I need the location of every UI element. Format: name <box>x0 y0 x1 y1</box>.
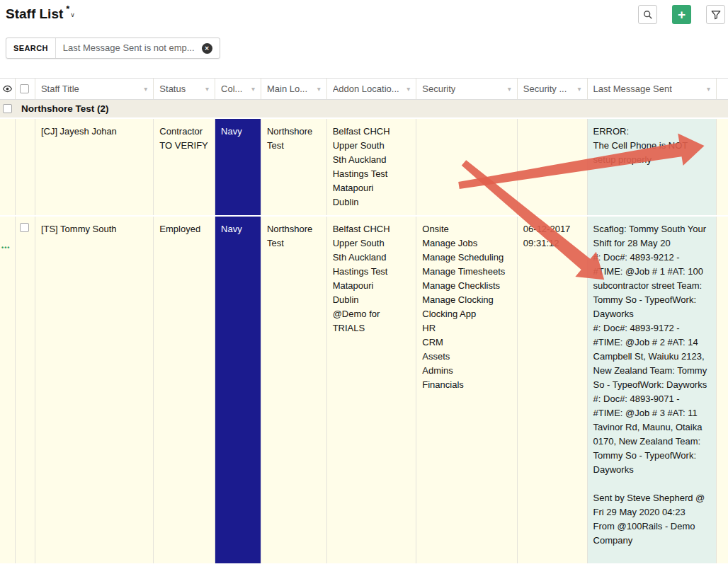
title-group: Staff List * ∨ <box>6 5 728 23</box>
security-cell: Onsite Manage Jobs Manage Scheduling Man… <box>416 217 518 563</box>
row-menu-icon[interactable]: ••• <box>1 236 13 255</box>
group-checkbox[interactable] <box>3 104 12 113</box>
topbar: Staff List * ∨ + ⋮ <box>6 5 728 26</box>
cutoff-cell <box>717 217 728 563</box>
sort-caret-icon[interactable]: ▾ <box>508 82 511 96</box>
color-cell: Navy <box>215 217 261 563</box>
main-location-cell: Northshore Test <box>261 217 327 563</box>
sort-caret-icon[interactable]: ▾ <box>251 82 255 96</box>
filterbar: SEARCH Last Message Sent is not emp... ✕ <box>6 38 220 59</box>
staff-table: Staff Title▾ Status▾ Col...▾ Main Lo...▾… <box>0 78 728 565</box>
last-message-cell: ERROR: The Cell Phone is NOT setup prope… <box>588 119 717 215</box>
select-all-checkbox[interactable] <box>20 84 29 93</box>
column-header-last-message-sent[interactable]: Last Message Sent▾ <box>588 79 717 99</box>
page-title: Staff List <box>6 5 63 23</box>
column-header-cutoff[interactable]: L <box>717 79 728 99</box>
cutoff-cell <box>717 119 728 215</box>
column-header-staff-title[interactable]: Staff Title▾ <box>35 79 154 99</box>
table-row-jayesh-johan: [CJ] Jayesh Johan Contractor TO VERIFY N… <box>0 119 728 217</box>
staff-title-cell: [TS] Tommy South <box>35 217 154 563</box>
row-handle-cell <box>0 119 16 215</box>
title-dropdown-icon[interactable]: ∨ <box>70 11 75 18</box>
column-header-main-location[interactable]: Main Lo...▾ <box>261 79 327 99</box>
row-select-cell <box>16 217 35 563</box>
status-cell: Employed <box>154 217 215 563</box>
search-button[interactable] <box>638 5 657 24</box>
search-icon <box>643 10 653 20</box>
color-cell: Navy <box>215 119 261 215</box>
addon-locations-cell: Belfast CHCH Upper South Sth Auckland Ha… <box>327 119 417 215</box>
column-header-color[interactable]: Col...▾ <box>215 79 261 99</box>
sort-caret-icon[interactable]: ▾ <box>406 82 410 96</box>
group-label: Northshore Test (2) <box>21 103 109 114</box>
sort-caret-icon[interactable]: ▾ <box>205 82 209 96</box>
security-cell <box>416 119 518 215</box>
active-filter-box[interactable]: SEARCH Last Message Sent is not emp... ✕ <box>6 38 220 59</box>
main-location-cell: Northshore Test <box>261 119 327 215</box>
sort-caret-icon[interactable]: ▾ <box>317 82 321 96</box>
row-checkbox[interactable] <box>20 223 29 232</box>
filter-chip-text: Last Message Sent is not emp... <box>55 38 202 58</box>
security-date-cell <box>518 119 588 215</box>
select-all-header <box>16 79 35 99</box>
eye-icon <box>2 85 13 93</box>
filter-icon <box>711 10 721 20</box>
last-message-cell: Scaflog: Tommy South Your Shift for 28 M… <box>588 217 717 563</box>
add-button[interactable]: + <box>672 5 691 24</box>
visibility-column-header[interactable] <box>0 79 16 99</box>
status-cell: Contractor TO VERIFY <box>154 119 215 215</box>
row-handle-cell: ••• <box>0 217 16 563</box>
toolbar-actions: + ⋮ <box>638 5 728 24</box>
row-select-cell <box>16 119 35 215</box>
sort-caret-icon[interactable]: ▾ <box>578 82 581 96</box>
filter-button[interactable] <box>706 5 725 24</box>
column-header-status[interactable]: Status▾ <box>154 79 215 99</box>
table-row-tommy-south: ••• [TS] Tommy South Employed Navy North… <box>0 217 728 565</box>
addon-locations-cell: Belfast CHCH Upper South Sth Auckland Ha… <box>327 217 417 563</box>
search-label: SEARCH <box>13 44 55 52</box>
plus-icon: + <box>678 8 686 21</box>
sort-caret-icon[interactable]: ▾ <box>707 82 710 96</box>
title-asterisk: * <box>66 4 69 14</box>
group-row-northshore-test[interactable]: Northshore Test (2) <box>0 100 728 119</box>
table-header-row: Staff Title▾ Status▾ Col...▾ Main Lo...▾… <box>0 78 728 100</box>
column-header-security[interactable]: Security▾ <box>416 79 518 99</box>
staff-title-cell: [CJ] Jayesh Johan <box>35 119 154 215</box>
column-header-security-date[interactable]: Security ...▾ <box>518 79 588 99</box>
clear-filter-icon[interactable]: ✕ <box>202 43 212 54</box>
security-date-cell: 06-12-2017 09:31:12 <box>518 217 588 563</box>
sort-caret-icon[interactable]: ▾ <box>144 82 147 96</box>
column-header-addon-locations[interactable]: Addon Locatio...▾ <box>327 79 417 99</box>
